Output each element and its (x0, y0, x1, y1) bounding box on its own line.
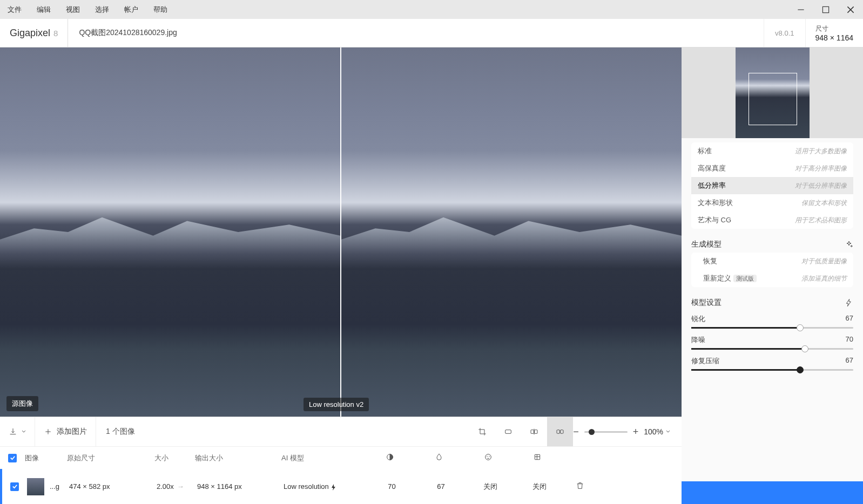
col-contrast (365, 453, 414, 463)
svg-rect-8 (535, 430, 537, 434)
crop-button[interactable] (469, 417, 495, 447)
sidebar: 标准适用于大多数图像 高保真度对于高分辨率图像 低分辨率对于低分辨率图像 文本和… (682, 47, 863, 504)
row-out: 948 × 1164 px (197, 482, 284, 491)
col-model[interactable]: AI 模型 (281, 453, 365, 463)
table-header: 图像 原始尺寸 大小 输出大小 AI 模型 (0, 446, 682, 469)
col-size[interactable]: 大小 (154, 453, 195, 463)
chevron-down-icon (665, 429, 671, 434)
slider-compression[interactable]: 修复压缩67 (682, 353, 863, 374)
toolbar: 添加图片 1 个图像 − + 100% (0, 417, 682, 446)
drop-icon (435, 453, 443, 461)
col-image[interactable]: 图像 (25, 453, 67, 463)
bolt-icon (331, 484, 337, 491)
header-bar: Gigapixel 8 QQ截图20241028160029.jpg v8.0.… (0, 19, 863, 47)
preview-pane[interactable]: 源图像 Low resolution v2 (0, 47, 682, 417)
row-checkbox[interactable] (10, 482, 19, 491)
smile-icon (484, 453, 493, 461)
minimap[interactable] (682, 47, 863, 138)
bolt-icon[interactable] (845, 298, 853, 307)
menu-account[interactable]: 帐户 (117, 5, 146, 15)
svg-rect-16 (535, 454, 540, 459)
crop-icon (478, 427, 487, 436)
dimensions-value: 948 × 1164 (815, 33, 853, 42)
gen-header: 生成模型 (682, 233, 863, 253)
current-file: QQ截图20241028160029.jpg (68, 28, 187, 38)
zoom-in-button[interactable]: + (633, 426, 639, 438)
source-badge: 源图像 (6, 396, 38, 411)
slider-sharpen[interactable]: 锐化67 (682, 311, 863, 332)
model-standard[interactable]: 标准适用于大多数图像 (691, 142, 853, 160)
window-controls (788, 0, 863, 19)
model-art[interactable]: 艺术与 CG用于艺术品和图形 (691, 212, 853, 229)
table-row[interactable]: ...g 474 × 582 px 2.00x→ 948 × 1164 px L… (0, 469, 682, 504)
col-face (463, 453, 513, 463)
menu-file[interactable]: 文件 (0, 5, 29, 15)
sparkle-icon[interactable] (845, 240, 853, 249)
row-v2: 67 (416, 482, 466, 491)
svg-rect-11 (561, 430, 563, 434)
model-list: 标准适用于大多数图像 高保真度对于高分辨率图像 低分辨率对于低分辨率图像 文本和… (691, 142, 853, 229)
rectangle-icon (504, 427, 513, 436)
image-count: 1 个图像 (96, 427, 145, 437)
model-lowres[interactable]: 低分辨率对于低分辨率图像 (691, 177, 853, 194)
split-icon (530, 427, 538, 436)
col-compress (513, 453, 562, 463)
dimensions-label: 尺寸 (815, 24, 853, 33)
minimize-button[interactable] (788, 0, 813, 19)
dimensions-box: 尺寸 948 × 1164 (805, 19, 863, 47)
model-text[interactable]: 文本和形状保留文本和形状 (691, 194, 853, 212)
maximize-button[interactable] (813, 0, 838, 19)
plus-icon (44, 427, 52, 436)
slider-denoise[interactable]: 降噪70 (682, 332, 863, 353)
svg-rect-10 (557, 430, 559, 434)
zoom-out-button[interactable]: − (573, 426, 579, 438)
row-v1: 70 (367, 482, 416, 491)
gen-redefine[interactable]: 重新定义测试版添加逼真的细节 (691, 270, 853, 287)
row-orig: 474 × 582 px (69, 482, 157, 491)
side-by-side-icon (556, 427, 564, 436)
svg-rect-7 (531, 430, 534, 434)
view-split-button[interactable] (521, 417, 547, 447)
menu-edit[interactable]: 编辑 (29, 5, 58, 15)
menu-help[interactable]: 帮助 (146, 5, 175, 15)
view-side-button[interactable] (547, 417, 573, 447)
chevron-down-icon (22, 430, 26, 434)
col-orig[interactable]: 原始尺寸 (67, 453, 154, 463)
view-single-button[interactable] (495, 417, 521, 447)
contrast-icon (386, 453, 394, 461)
row-s2: 关闭 (515, 482, 564, 492)
zoom-dropdown[interactable]: 100% (644, 427, 671, 436)
row-scale: 2.00x→ (157, 482, 197, 491)
process-button[interactable] (682, 481, 863, 504)
menu-select[interactable]: 选择 (87, 5, 117, 15)
zoom-slider[interactable] (584, 431, 628, 433)
preview-processed (341, 47, 682, 417)
download-icon (9, 427, 17, 436)
row-s1: 关闭 (466, 482, 515, 492)
svg-point-14 (487, 456, 487, 457)
close-button[interactable] (838, 0, 863, 19)
delete-icon[interactable] (576, 481, 584, 490)
svg-point-15 (489, 456, 489, 457)
col-out[interactable]: 输出大小 (195, 453, 281, 463)
svg-rect-6 (505, 430, 511, 434)
row-thumbnail (27, 478, 44, 495)
download-menu[interactable] (0, 417, 35, 447)
app-major: 8 (53, 29, 58, 38)
add-images-label: 添加图片 (57, 427, 87, 437)
gen-list: 恢复对于低质量图像 重新定义测试版添加逼真的细节 (691, 253, 853, 287)
svg-point-13 (485, 454, 491, 460)
preview-original (0, 47, 340, 417)
app-title: Gigapixel 8 (0, 19, 68, 47)
model-badge: Low resolution v2 (304, 398, 369, 411)
gen-restore[interactable]: 恢复对于低质量图像 (691, 253, 853, 270)
menu-bar: 文件 编辑 视图 选择 帐户 帮助 (0, 0, 863, 19)
model-hifi[interactable]: 高保真度对于高分辨率图像 (691, 160, 853, 177)
menu-view[interactable]: 视图 (58, 5, 87, 15)
row-name: ...g (50, 482, 59, 491)
col-drop (414, 453, 463, 463)
settings-header: 模型设置 (682, 291, 863, 311)
compress-icon (533, 453, 542, 461)
select-all-checkbox[interactable] (8, 454, 17, 462)
add-images-button[interactable]: 添加图片 (35, 417, 96, 447)
